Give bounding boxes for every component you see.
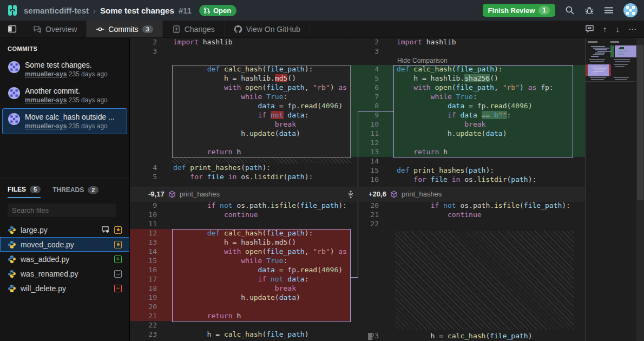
line-number: 19: [130, 293, 157, 303]
code-line: data = fp.read(4096): [130, 102, 351, 111]
file-item[interactable]: large.py: [0, 222, 129, 237]
code-line: with open(file_path, "rb") as fp:: [130, 83, 351, 93]
tab-view-on-github[interactable]: View On GitHub: [225, 21, 310, 37]
minimap-code-line: [615, 79, 627, 80]
code-line: 16 data = fp.read(4096): [130, 266, 351, 275]
minimap-code-line: [617, 49, 628, 50]
line-number: [130, 65, 157, 74]
prev-change-arrow-up-icon[interactable]: ↑: [603, 25, 607, 33]
hunk-new-range: +20,6: [369, 190, 386, 198]
menu-icon[interactable]: [604, 5, 614, 15]
minimap-code-line: [614, 77, 629, 78]
line-number: 4: [351, 65, 379, 74]
commit-avatar: [8, 87, 20, 99]
code-line: 3: [130, 47, 351, 56]
code-line: break: [130, 120, 351, 129]
line-number: [130, 111, 157, 120]
finish-review-label: Finish Review: [488, 6, 535, 15]
scrollbar-track[interactable]: [636, 38, 644, 341]
tab-overview[interactable]: Overview: [24, 21, 87, 37]
tab-threads[interactable]: THREADS 2: [52, 186, 98, 198]
files-tab-label: FILES: [8, 186, 26, 193]
diff-pane-old-bottom: 9 if not os.path.isfile(file_path):10 co…: [130, 201, 351, 341]
commit-title: Another commit.: [25, 87, 108, 95]
commit-item[interactable]: Move calc_hash outside ...mmueller-sys 2…: [2, 108, 127, 134]
sidebar-toggle-icon: [8, 24, 17, 34]
file-name: will_delete.py: [21, 284, 110, 293]
minimap[interactable]: [585, 38, 636, 341]
code-line: 4def calc_hash(file_path):: [351, 65, 585, 74]
file-item[interactable]: moved_code.py: [0, 237, 129, 252]
line-number: 22: [351, 220, 379, 229]
line-number: 7: [351, 93, 379, 102]
file-item[interactable]: was_renamed.py→: [0, 266, 129, 281]
code-line: 13 return h: [351, 148, 585, 157]
scrollbar-thumb[interactable]: [637, 45, 643, 200]
code-line: 20 if not os.path.isfile(file_path):: [351, 201, 585, 211]
code-line: 21 return h: [130, 312, 351, 321]
more-options-ellipsis-icon[interactable]: ⋯: [628, 25, 636, 33]
minimap-code-line: [590, 77, 606, 78]
minimap-code-line: [593, 71, 604, 72]
tab-commits[interactable]: Commits 3: [87, 21, 162, 37]
line-number: 9: [130, 201, 157, 211]
tab-commits-label: Commits: [108, 25, 138, 34]
python-file-icon: [8, 255, 16, 264]
symbol-cube-icon: [168, 191, 176, 198]
user-avatar[interactable]: [623, 3, 638, 17]
code-line: 4def print_hashes(path):: [130, 163, 351, 173]
code-line: 18 break: [130, 284, 351, 293]
search-files-input[interactable]: [8, 204, 116, 217]
minimap-code-line: [615, 61, 630, 62]
line-number: 21: [130, 312, 157, 321]
python-file-icon: [8, 284, 16, 293]
line-number: 16: [351, 175, 379, 185]
finish-review-button[interactable]: Finish Review 1: [483, 4, 555, 17]
code-line: 9 if not os.path.isfile(file_path):: [130, 201, 351, 211]
line-number: 8: [351, 102, 379, 111]
commit-author-link[interactable]: mmueller-sys: [25, 122, 67, 130]
commit-title: Move calc_hash outside ...: [25, 113, 115, 121]
line-number: 13: [130, 238, 157, 247]
hunk-header: -9,17 print_hashes +20,6: [130, 187, 585, 201]
file-item[interactable]: was_added.py+: [0, 252, 129, 266]
python-file-icon: [8, 226, 16, 234]
search-icon[interactable]: [565, 5, 575, 15]
minimap-code-line: [618, 54, 625, 55]
pr-number: #11: [179, 6, 192, 15]
code-line: 5 for file in os.listdir(path):: [130, 173, 351, 182]
minimap-code-line: [591, 66, 603, 67]
sidebar-toggle-button[interactable]: [0, 21, 24, 37]
line-number: [130, 148, 157, 157]
removed-region-hatch: [395, 231, 574, 330]
minimap-code-line: [593, 48, 609, 49]
python-file-icon: [8, 240, 16, 249]
threads-tab-label: THREADS: [52, 186, 84, 194]
minimap-code-line: [593, 68, 607, 69]
line-number: 15: [130, 257, 157, 266]
bug-icon[interactable]: [584, 5, 594, 15]
commit-author-link[interactable]: mmueller-sys: [25, 96, 67, 104]
comment-thread-icon[interactable]: [585, 24, 594, 34]
pull-request-icon: [203, 7, 211, 14]
commit-item[interactable]: Some test changes.mmueller-sys 235 days …: [2, 56, 127, 82]
line-number: 23: [351, 332, 379, 341]
code-line: 22: [130, 321, 351, 330]
code-line: 13 h = hashlib.md5(): [130, 238, 351, 247]
tab-changes[interactable]: Changes: [163, 21, 225, 37]
commit-author-link[interactable]: mmueller-sys: [25, 70, 67, 78]
line-number: 14: [351, 157, 379, 166]
position-marker: [368, 333, 372, 340]
tab-files[interactable]: FILES 5: [8, 186, 41, 198]
code-line: 23 h = calc_hash(file_path): [351, 332, 585, 341]
minimap-code-line: [595, 49, 607, 50]
next-change-arrow-down-icon[interactable]: ↓: [616, 25, 620, 33]
line-number: 10: [130, 211, 157, 220]
file-item[interactable]: will_delete.py−: [0, 281, 129, 296]
commit-time: 235 days ago: [69, 122, 108, 130]
line-number: [130, 120, 157, 129]
commit-item[interactable]: Another commit.mmueller-sys 235 days ago: [2, 82, 127, 108]
repo-link[interactable]: semanticdiff-test: [24, 6, 89, 15]
hide-comparison-link[interactable]: Hide Comparison: [351, 56, 585, 65]
line-number: 18: [130, 284, 157, 293]
